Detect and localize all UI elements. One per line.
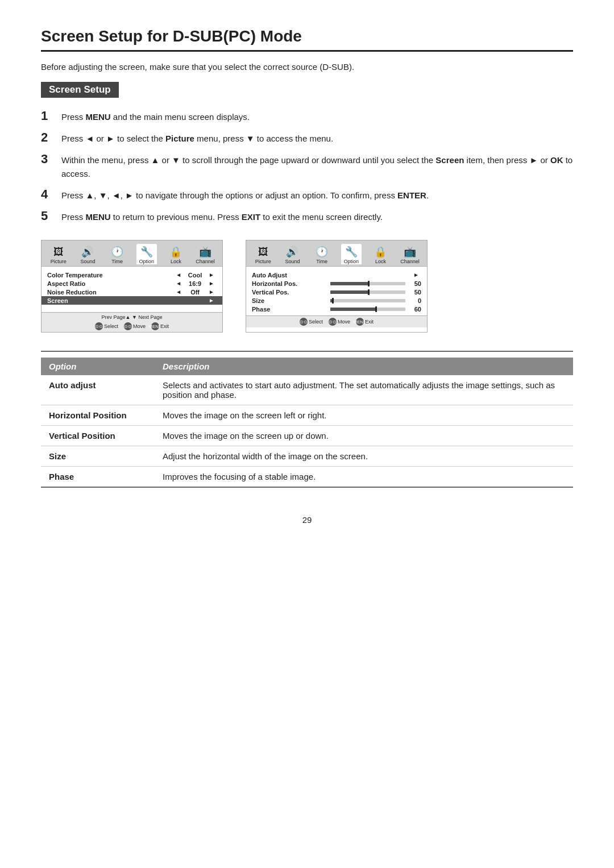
table-cell-description: Selects and activates to start auto adju… bbox=[155, 375, 573, 405]
title-divider bbox=[41, 50, 573, 52]
menu-icon-shape: 🔒 bbox=[168, 245, 184, 259]
menu-icon-item: 🕐Time bbox=[107, 245, 127, 264]
table-row: Horizontal PositionMoves the image on th… bbox=[41, 405, 573, 426]
bar-tick bbox=[368, 281, 370, 286]
menu-row-label: Auto Adjust bbox=[252, 272, 411, 279]
bar-container bbox=[330, 282, 405, 285]
option-table: Option Description Auto adjustSelects an… bbox=[41, 358, 573, 488]
table-cell-option: Horizontal Position bbox=[41, 405, 155, 426]
menu-icon-label: Option bbox=[139, 259, 155, 264]
menu-footer-item: ⊙⊙Select bbox=[95, 322, 118, 330]
footer-btn-label: Select bbox=[104, 323, 118, 329]
menu-arrow-right: ► bbox=[206, 280, 217, 286]
table-row: PhaseImproves the focusing of a stable i… bbox=[41, 467, 573, 488]
bar-value: 50 bbox=[409, 280, 421, 287]
table-cell-option: Vertical Position bbox=[41, 426, 155, 446]
footer-btn-label: Exit bbox=[365, 319, 374, 325]
menu-icon-item: 🔧Option bbox=[341, 244, 362, 264]
step-number: 4 bbox=[41, 187, 61, 202]
bar-value: 60 bbox=[409, 306, 421, 313]
menu-icon-label: Option bbox=[344, 259, 359, 264]
menu-right-icons: 🖼Picture🔊Sound🕐Time🔧Option🔒Lock📺Channel bbox=[246, 240, 427, 267]
table-cell-description: Improves the focusing of a stable image. bbox=[155, 467, 573, 488]
menu-right-row: Vertical Pos. 50 bbox=[252, 288, 421, 296]
footer-btn-icon: ⊙⊙ bbox=[329, 318, 337, 326]
footer-btn-label: Exit bbox=[160, 323, 169, 329]
menu-footer-item: ⊙⊙Select bbox=[300, 318, 323, 326]
bar-fill bbox=[330, 308, 375, 311]
step-text: Press MENU and the main menu screen disp… bbox=[61, 110, 250, 124]
menu-icon-item: 🖼Picture bbox=[48, 245, 69, 264]
bar-tick bbox=[368, 289, 370, 295]
footer-btn-icon: MENU bbox=[356, 318, 364, 326]
menu-row-label: Aspect Ratio bbox=[47, 280, 173, 287]
table-body: Auto adjustSelects and activates to star… bbox=[41, 375, 573, 487]
menu-icon-label: Time bbox=[316, 259, 327, 264]
menu-right-row: Auto Adjust► bbox=[252, 271, 421, 279]
menu-icon-item: 🕐Time bbox=[312, 245, 332, 264]
bar-container bbox=[330, 290, 405, 294]
menu-arrow-left: ◄ bbox=[173, 272, 184, 278]
bar-container bbox=[330, 308, 405, 311]
menu-left-icons: 🖼Picture🔊Sound🕐Time🔧Option🔒Lock📺Channel bbox=[42, 240, 222, 267]
table-row: Auto adjustSelects and activates to star… bbox=[41, 375, 573, 405]
step-item: 4Press ▲, ▼, ◄, ► to navigate through th… bbox=[41, 189, 573, 202]
footer-btn-label: Move bbox=[133, 323, 146, 329]
menu-row-label: Color Temperature bbox=[47, 272, 173, 279]
table-col-option: Option bbox=[41, 358, 155, 375]
step-number: 5 bbox=[41, 209, 61, 223]
menu-icon-label: Picture bbox=[255, 259, 271, 264]
menu-icon-label: Lock bbox=[375, 259, 386, 264]
footer-btn-icon: ⊙⊙ bbox=[124, 322, 132, 330]
prev-next-label: Prev Page▲ ▼ Next Page bbox=[102, 314, 163, 320]
menu-row-label: Noise Reduction bbox=[47, 289, 173, 296]
table-cell-description: Adjust the horizontal width of the image… bbox=[155, 446, 573, 467]
menu-icon-item: 🔒Lock bbox=[165, 245, 186, 264]
menu-right-footer-row: ⊙⊙Select⊙⊙MoveMENUExit bbox=[300, 318, 374, 326]
menu-icon-item: 🔧Option bbox=[136, 244, 157, 264]
menu-icon-shape: 🔧 bbox=[343, 245, 359, 259]
footer-btn-label: Select bbox=[309, 319, 323, 325]
menu-icon-label: Picture bbox=[51, 259, 67, 264]
menu-icon-label: Time bbox=[111, 259, 123, 264]
page-title: Screen Setup for D-SUB(PC) Mode bbox=[41, 27, 573, 45]
bar-fill bbox=[330, 282, 368, 285]
menu-left-row: Screen► bbox=[42, 296, 222, 305]
menu-row-value: Cool bbox=[184, 272, 206, 279]
menu-left-content: Color Temperature◄Cool►Aspect Ratio◄16:9… bbox=[42, 267, 222, 312]
table-cell-description: Moves the image on the screen left or ri… bbox=[155, 405, 573, 426]
menu-icon-shape: 🖼 bbox=[51, 245, 67, 259]
menu-icon-shape: 🕐 bbox=[314, 245, 330, 259]
bar-tick bbox=[332, 298, 334, 304]
menu-row-label: Screen bbox=[47, 297, 206, 304]
table-header-row: Option Description bbox=[41, 358, 573, 375]
menu-right-row: Horizontal Pos. 50 bbox=[252, 279, 421, 288]
menu-right-row: Size 0 bbox=[252, 296, 421, 305]
menu-icon-shape: 📺 bbox=[197, 245, 213, 259]
menu-icon-item: 🖼Picture bbox=[253, 245, 273, 264]
table-cell-option: Phase bbox=[41, 467, 155, 488]
menu-icon-label: Sound bbox=[285, 259, 300, 264]
menu-arrow-right: ► bbox=[206, 297, 217, 304]
step-text: Press ▲, ▼, ◄, ► to navigate through the… bbox=[61, 189, 429, 202]
table-row: SizeAdjust the horizontal width of the i… bbox=[41, 446, 573, 467]
menu-icon-item: 📺Channel bbox=[400, 245, 420, 264]
step-number: 3 bbox=[41, 152, 61, 167]
menu-right-row: Phase 60 bbox=[252, 305, 421, 313]
step-text: Within the menu, press ▲ or ▼ to scroll … bbox=[61, 153, 573, 181]
menu-icon-shape: 🔊 bbox=[80, 245, 96, 259]
menu-left-row: Noise Reduction◄Off► bbox=[47, 288, 217, 296]
menu-icon-shape: 🔒 bbox=[372, 245, 388, 259]
menu-icon-item: 🔊Sound bbox=[282, 245, 302, 264]
menu-row-label: Horizontal Pos. bbox=[252, 280, 327, 287]
menu-icon-shape: 📺 bbox=[402, 245, 418, 259]
footer-btn-icon: ⊙⊙ bbox=[300, 318, 308, 326]
step-item: 3Within the menu, press ▲ or ▼ to scroll… bbox=[41, 153, 573, 181]
menu-footer-item: MENUExit bbox=[356, 318, 374, 326]
menu-row-value: 16:9 bbox=[184, 280, 206, 287]
table-col-description: Description bbox=[155, 358, 573, 375]
table-top-rule bbox=[41, 351, 573, 352]
menu-icon-shape: 🔧 bbox=[139, 245, 155, 259]
bar-container bbox=[330, 299, 405, 302]
step-item: 2Press ◄ or ► to select the Picture menu… bbox=[41, 132, 573, 146]
